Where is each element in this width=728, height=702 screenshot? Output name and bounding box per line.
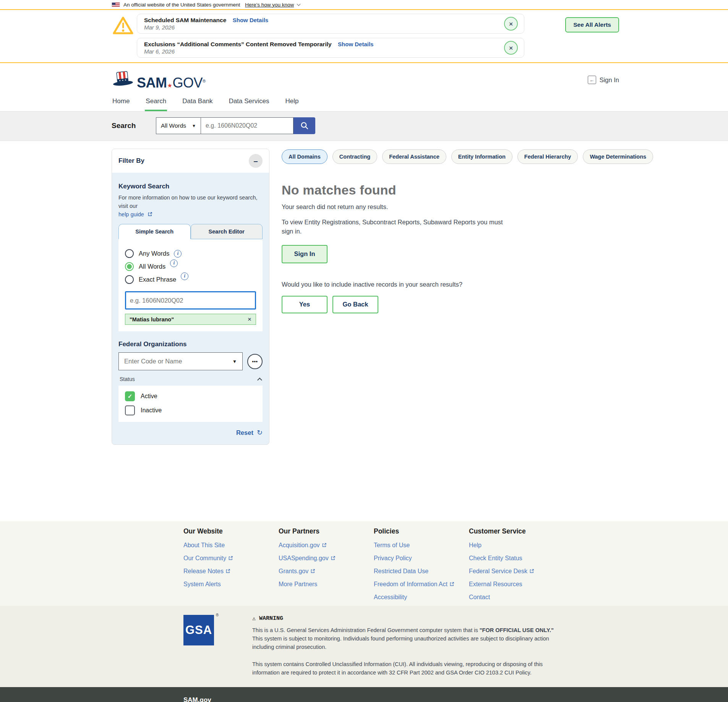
- pill-entity-information[interactable]: Entity Information: [451, 149, 512, 164]
- info-icon[interactable]: i: [181, 272, 188, 280]
- info-icon[interactable]: i: [170, 259, 178, 267]
- radio-any-words[interactable]: Any Words i: [125, 249, 256, 258]
- footer-link-usaspending-gov[interactable]: USASpending.gov: [279, 555, 374, 561]
- footer-link-federal-service-desk[interactable]: Federal Service Desk: [469, 568, 564, 574]
- filter-panel-header: Filter By –: [112, 149, 269, 173]
- federal-org-more-button[interactable]: •••: [247, 354, 263, 369]
- footer-link-label: Release Notes: [183, 568, 224, 574]
- pill-contracting[interactable]: Contracting: [332, 149, 377, 164]
- keyword-search-input[interactable]: [125, 291, 256, 310]
- footer-warning-section: GSA ⚠ WARNING This is a U.S. General Ser…: [0, 606, 728, 687]
- nav-item-search[interactable]: Search: [145, 95, 167, 111]
- logo-star-icon: ★: [167, 82, 172, 89]
- radio-label: Any Words: [139, 250, 169, 257]
- alert-show-details-link[interactable]: Show Details: [338, 41, 373, 47]
- footer-link-privacy-policy[interactable]: Privacy Policy: [374, 555, 469, 561]
- no-matches-heading: No matches found: [282, 183, 653, 198]
- reset-filters-link[interactable]: Reset ↻: [118, 428, 263, 437]
- footer-link-acquisition-gov[interactable]: Acquisition.gov: [279, 542, 374, 548]
- checkbox-checked[interactable]: ✓: [125, 391, 135, 401]
- nav-item-data-services[interactable]: Data Services: [228, 95, 270, 111]
- alerts-section: Scheduled SAM Maintenance Show Details M…: [0, 10, 728, 63]
- alert-item: Exclusions “Additional Comments” Content…: [137, 38, 524, 58]
- radio-exact-phrase[interactable]: Exact Phrase i: [125, 275, 256, 284]
- search-mode-select[interactable]: All Words ▼: [156, 117, 201, 134]
- see-all-alerts-button[interactable]: See All Alerts: [565, 17, 619, 32]
- footer-site-name: SAM.gov: [183, 696, 728, 702]
- tab-simple-search[interactable]: Simple Search: [118, 224, 191, 239]
- warning-text-pre: This is a U.S. General Services Administ…: [252, 627, 480, 633]
- keyword-chip: "Matias lubrano" ×: [125, 314, 256, 325]
- sam-gov-logo[interactable]: SAM★GOV®: [112, 71, 206, 89]
- footer-link-release-notes[interactable]: Release Notes: [183, 568, 279, 574]
- filter-by-title: Filter By: [118, 157, 144, 165]
- include-inactive-question: Would you like to include inactive recor…: [282, 281, 653, 288]
- status-section-toggle[interactable]: Status: [118, 376, 263, 382]
- radio-button[interactable]: [125, 249, 134, 258]
- nav-item-help[interactable]: Help: [284, 95, 299, 111]
- search-band: Search All Words ▼: [0, 112, 728, 141]
- info-icon[interactable]: i: [174, 250, 182, 258]
- checkbox-active[interactable]: ✓ Active: [125, 391, 256, 401]
- footer-link-help[interactable]: Help: [469, 542, 564, 548]
- checkbox-inactive[interactable]: Inactive: [125, 405, 256, 415]
- federal-organizations-heading: Federal Organizations: [118, 340, 263, 348]
- close-icon: ×: [248, 316, 251, 323]
- chevron-down-icon[interactable]: [297, 2, 301, 6]
- radio-label: All Words: [139, 263, 165, 270]
- collapse-filters-button[interactable]: –: [249, 154, 263, 168]
- checkbox-unchecked[interactable]: [125, 405, 135, 415]
- go-back-button[interactable]: Go Back: [332, 296, 378, 313]
- footer-link-label: Our Community: [183, 555, 226, 561]
- radio-button-selected[interactable]: [125, 262, 134, 271]
- footer-link-terms-of-use[interactable]: Terms of Use: [374, 542, 469, 548]
- pill-wage-determinations[interactable]: Wage Determinations: [583, 149, 653, 164]
- footer-link-accessibility[interactable]: Accessibility: [374, 594, 469, 600]
- external-link-icon: [310, 569, 315, 574]
- help-guide-link[interactable]: help guide: [118, 211, 144, 217]
- checkbox-label: Active: [141, 393, 157, 400]
- tab-search-editor[interactable]: Search Editor: [191, 224, 263, 239]
- footer-link-external-resources[interactable]: External Resources: [469, 581, 564, 587]
- reset-icon: ↻: [257, 428, 263, 437]
- warning-icon: ⚠: [252, 615, 256, 622]
- footer-link-grants-gov[interactable]: Grants.gov: [279, 568, 374, 574]
- federal-org-select[interactable]: Enter Code or Name ▼: [118, 352, 243, 370]
- footer-link-foia[interactable]: Freedom of Information Act: [374, 581, 469, 587]
- radio-all-words[interactable]: All Words i: [125, 262, 256, 271]
- pill-all-domains[interactable]: All Domains: [282, 149, 328, 164]
- chip-remove-button[interactable]: ×: [248, 316, 251, 323]
- nav-item-data-bank[interactable]: Data Bank: [182, 95, 213, 111]
- sign-in-required-text: To view Entity Registrations, Subcontrac…: [282, 218, 511, 236]
- registered-mark: ®: [203, 79, 206, 83]
- nav-item-home[interactable]: Home: [112, 95, 130, 111]
- enter-arrow-icon: ←: [588, 76, 596, 84]
- external-link-icon: [322, 543, 327, 548]
- radio-button[interactable]: [125, 275, 134, 284]
- footer-link-contact[interactable]: Contact: [469, 594, 564, 600]
- footer-link-system-alerts[interactable]: System Alerts: [183, 581, 279, 587]
- alert-list: Scheduled SAM Maintenance Show Details M…: [137, 14, 524, 58]
- warning-paragraph-1: This is a U.S. General Services Administ…: [252, 626, 558, 651]
- banner-how-link[interactable]: Here’s how you know: [245, 2, 294, 8]
- footer-col-policies: Policies Terms of Use Privacy Policy Res…: [374, 527, 469, 600]
- global-search-input[interactable]: [201, 117, 293, 134]
- alert-close-button[interactable]: ×: [504, 41, 518, 55]
- footer-link-about-this-site[interactable]: About This Site: [183, 542, 279, 548]
- pill-federal-hierarchy[interactable]: Federal Hierarchy: [517, 149, 578, 164]
- sign-in-link[interactable]: ← Sign In: [588, 76, 619, 84]
- alert-date: Mar 9, 2026: [144, 24, 496, 31]
- footer-heading: Our Website: [183, 527, 279, 535]
- alert-show-details-link[interactable]: Show Details: [233, 17, 268, 23]
- yes-button[interactable]: Yes: [282, 296, 328, 313]
- footer-link-restricted-data-use[interactable]: Restricted Data Use: [374, 568, 469, 574]
- footer-col-our-website: Our Website About This Site Our Communit…: [183, 527, 279, 600]
- search-submit-button[interactable]: [293, 117, 315, 134]
- footer-link-more-partners[interactable]: More Partners: [279, 581, 374, 587]
- footer-link-our-community[interactable]: Our Community: [183, 555, 279, 561]
- results-sign-in-button[interactable]: Sign In: [282, 245, 328, 263]
- search-band-label: Search: [112, 122, 156, 130]
- alert-close-button[interactable]: ×: [504, 17, 518, 31]
- footer-link-check-entity-status[interactable]: Check Entity Status: [469, 555, 564, 561]
- pill-federal-assistance[interactable]: Federal Assistance: [382, 149, 446, 164]
